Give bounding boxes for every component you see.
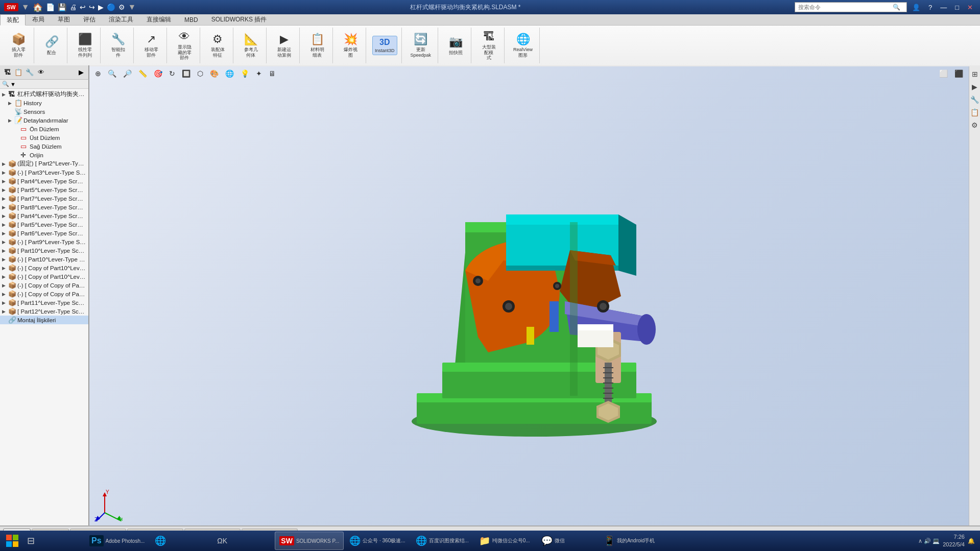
motion-label: 新建运动算例: [277, 47, 291, 58]
tree-right-plane-item[interactable]: ▭ Sağ Düzlem: [0, 142, 88, 151]
tree-part11-item[interactable]: ▶ 📦 [ Part11^Lever-Type Screw-Act...: [0, 298, 88, 307]
tree-part10b-item[interactable]: ▶ 📦 (-) [ Part10^Lever-Type Screw-...: [0, 255, 88, 263]
linear-icon: ⬛: [78, 33, 92, 46]
large-assembly-button[interactable]: 🏗 大型装配模式: [477, 28, 500, 63]
taskbar-app-solidworks[interactable]: SW SOLIDWORKS P...: [275, 532, 344, 550]
tree-part2-item[interactable]: ▶ 📦 (固定) [ Part2^Lever-Type Scre...: [0, 159, 88, 168]
search-box[interactable]: 🔍: [795, 2, 907, 12]
show-hide-button[interactable]: 👁 显示隐藏的零部件: [173, 28, 196, 63]
taskbar-app-browser1[interactable]: 🌐: [150, 532, 211, 550]
tree-annotations-item[interactable]: ▶ 📝 Detaylandırmalar: [0, 116, 88, 125]
tree-part6-item[interactable]: ▶ 📦 [ Part6^Lever-Type Screw-Actu...: [0, 229, 88, 237]
minimize-button[interactable]: —: [937, 3, 950, 12]
tree-origin-item[interactable]: ✛ Orijin: [0, 151, 88, 159]
tree-history-item[interactable]: ▶ 📋 History: [0, 99, 88, 107]
show-hide-icon: 👁: [179, 30, 190, 43]
linear-button[interactable]: ⬛ 线性零件列列: [74, 31, 96, 60]
tree-part4a-item[interactable]: ▶ 📦 [ Part4^Lever-Type Screw-Actu...: [0, 177, 88, 185]
sensors-icon: 📡: [14, 108, 23, 115]
ref-geom-button[interactable]: 📐 参考几何体: [240, 31, 262, 60]
tree-front-plane-item[interactable]: ▭ Ön Düzlem: [0, 125, 88, 133]
mate-button[interactable]: 🔗 配合: [40, 33, 63, 58]
tree-part5a-item[interactable]: ▶ 📦 [ Part5^Lever-Type Screw-Actu...: [0, 185, 88, 194]
expand-icon[interactable]: ▶: [76, 67, 86, 78]
taskbar-app-omegak[interactable]: ΩΚ: [212, 532, 274, 550]
taskbar-clock[interactable]: 7:26 2022/5/4: [943, 533, 965, 549]
bom-button[interactable]: 📋 材料明细表: [306, 31, 328, 60]
tab-assembly[interactable]: 装配: [0, 14, 26, 26]
part11-icon: 📦: [8, 299, 17, 306]
tab-sketch[interactable]: 草图: [51, 14, 77, 25]
3d-model-svg: [376, 143, 682, 449]
taskbar-app-360[interactable]: 🌐 公众号 · 360极速...: [345, 532, 410, 550]
bom-icon: 📋: [310, 33, 324, 46]
assembly-tab-icon[interactable]: 🏗: [2, 67, 12, 78]
right-icon-2[interactable]: ▶: [971, 81, 978, 92]
main-viewport[interactable]: ⊕ 🔍 🔎 📏 🎯 ↻ 🔲 ⬡ 🎨 🌐 💡 ✦ 🖥 ⬜ ⬛: [89, 66, 969, 525]
annotations-arrow: ▶: [8, 118, 14, 123]
start-button[interactable]: [2, 532, 22, 550]
tree-part10a-item[interactable]: ▶ 📦 [ Part10^Lever-Type Screw-...: [0, 246, 88, 255]
show-hide-label: 显示隐藏的零部件: [178, 44, 192, 61]
maximize-button[interactable]: □: [952, 3, 962, 12]
search-input[interactable]: [798, 4, 890, 10]
taskbar-app-wechat[interactable]: 💬 微信: [537, 532, 598, 550]
taskbar-app-baidu[interactable]: 🌐 百度识图搜索结...: [411, 532, 473, 550]
tree-part4b-item[interactable]: ▶ 📦 [ Part4^Lever-Type Screw-Actu...: [0, 211, 88, 220]
tab-render[interactable]: 渲染工具: [102, 14, 140, 25]
tab-layout[interactable]: 布局: [26, 14, 51, 25]
tree-copyofcopy10a-item[interactable]: ▶ 📦 (-) [ Copy of Copy of Part10^L...: [0, 281, 88, 290]
baidu-label: 百度识图搜索结...: [429, 537, 469, 544]
user-icon[interactable]: 👤: [909, 3, 923, 12]
tab-mbd[interactable]: MBD: [178, 14, 205, 25]
insert-component-button[interactable]: 📦 插入零部件: [7, 31, 30, 60]
new-motion-button[interactable]: ▶ 新建运动算例: [273, 31, 295, 60]
tree-part9-item[interactable]: ▶ 📦 (-) [ Part9^Lever-Type Screw-A...: [0, 237, 88, 246]
tree-part12-item[interactable]: ▶ 📦 [ Part12^Lever-Type Screw-Act...: [0, 307, 88, 316]
tree-part8-item[interactable]: ▶ 📦 [ Part8^Lever-Type Screw-Actu...: [0, 203, 88, 211]
notification-icon[interactable]: 🔔: [968, 538, 975, 544]
tree-copy10b-item[interactable]: ▶ 📦 (-) [ Copy of Part10^Lever-Typ...: [0, 272, 88, 281]
tab-direct-edit[interactable]: 直接编辑: [140, 14, 178, 25]
tab-evaluate[interactable]: 评估: [77, 14, 102, 25]
smart-icon: 🔧: [111, 33, 125, 46]
tree-copy10a-item[interactable]: ▶ 📦 (-) [ Copy of Part10^Lever-Typ...: [0, 263, 88, 272]
explode-button[interactable]: 💥 爆炸视图: [339, 31, 362, 60]
property-tab-icon[interactable]: 📋: [13, 67, 23, 78]
part3-arrow: ▶: [2, 170, 8, 175]
update-speedpak-button[interactable]: 🔄 更新Speedpak: [408, 31, 434, 60]
tree-part5b-item[interactable]: ▶ 📦 [ Part5^Lever-Type Screw-Actu...: [0, 220, 88, 229]
realview-button[interactable]: 🌐 RealView图形: [511, 31, 535, 60]
copy10a-icon: 📦: [8, 264, 17, 272]
tree-part3-item[interactable]: ▶ 📦 (-) [ Part3^Lever-Type Screw-A...: [0, 168, 88, 177]
taskbar-app-android[interactable]: 📱 我的Android手机: [599, 532, 660, 550]
right-icon-3[interactable]: 🔧: [969, 94, 980, 105]
smart-fastener-button[interactable]: 🔧 智能扣件: [107, 31, 129, 60]
assembly-feature-button[interactable]: ⚙ 装配体特征: [206, 31, 229, 60]
close-button[interactable]: ✕: [964, 3, 976, 12]
filter-icon[interactable]: ▼: [10, 81, 16, 87]
taskbar-app-taskview[interactable]: ⊟: [22, 532, 84, 550]
tree-sensors-item[interactable]: 📡 Sensors: [0, 107, 88, 116]
tree-part7-item[interactable]: ▶ 📦 [ Part7^Lever-Type Screw-Actu...: [0, 194, 88, 203]
tab-plugins[interactable]: SOLIDWORKS 插件: [205, 14, 274, 25]
right-icon-1[interactable]: ⊞: [971, 68, 979, 80]
tree-mates-item[interactable]: 🔗 Montaj İlişkileri: [0, 316, 88, 324]
tree-top-plane-item[interactable]: ▭ Üst Düzlem: [0, 133, 88, 142]
right-icon-5[interactable]: ⚙: [970, 119, 979, 131]
right-icons-panel: ⊞ ▶ 🔧 📋 ⚙: [969, 66, 980, 525]
snapshot-button[interactable]: 📷 拍快照: [444, 33, 467, 58]
right-icon-4[interactable]: 📋: [969, 107, 980, 118]
move-button[interactable]: ↗ 移动零部件: [140, 31, 162, 60]
taskbar-app-photoshop[interactable]: Ps Adobe Photosh...: [85, 532, 149, 550]
svg-text:Z: Z: [94, 517, 98, 522]
display-tab-icon[interactable]: 👁: [36, 67, 46, 78]
tree-root-item[interactable]: ▶ 🏗 杠杆式螺杆驱动均衡夹紧机构 (Varsa: [0, 90, 88, 99]
feature-tree[interactable]: ▶ 🏗 杠杆式螺杆驱动均衡夹紧机构 (Varsa ▶ 📋 History 📡 S…: [0, 89, 88, 525]
part5a-arrow: ▶: [2, 187, 8, 193]
instant3d-button[interactable]: 3D Instant3D: [372, 36, 397, 55]
tree-copyofcopy10b-item[interactable]: ▶ 📦 (-) [ Copy of Copy of Part10^L...: [0, 290, 88, 298]
taskbar-app-wechat-folder[interactable]: 📁 H|微信公众号0...: [474, 532, 536, 550]
help-button[interactable]: ?: [925, 3, 935, 12]
config-tab-icon[interactable]: 🔧: [25, 67, 35, 78]
